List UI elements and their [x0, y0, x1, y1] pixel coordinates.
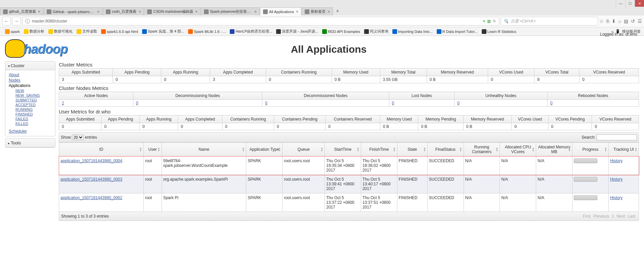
bookmark-item[interactable]: Importing Data Into... — [391, 29, 434, 35]
metric-link[interactable]: 0 — [136, 101, 138, 105]
home-icon[interactable]: ⌂ — [618, 18, 621, 24]
shield-icon[interactable]: ▾ — [483, 19, 485, 24]
pocket-icon[interactable]: ⎘ — [606, 18, 609, 24]
info-icon[interactable]: i — [25, 19, 30, 24]
tab-close-icon[interactable]: × — [296, 9, 298, 14]
bookmark-star-icon[interactable]: ☆ — [599, 18, 604, 24]
column-label: Running Containers — [472, 145, 491, 154]
bookmark-item[interactable]: 深度开源 - Java开源... — [274, 28, 320, 35]
bookmark-item[interactable]: R Data Import Tutor... — [435, 29, 479, 35]
sidebar-state-finished[interactable]: FINISHED — [15, 112, 52, 117]
bookmark-item[interactable]: Learn R Statistics — [480, 29, 518, 35]
metric-link[interactable]: 0 — [457, 101, 460, 105]
paginate-next[interactable]: Next — [617, 214, 625, 219]
metric-link[interactable]: 2 — [62, 101, 64, 105]
metric-link[interactable]: 0 — [265, 101, 267, 105]
bookmark-item[interactable]: spark1.6.0 api html — [99, 29, 140, 35]
browser-tab[interactable]: CSDN-markdown编辑器× — [144, 7, 201, 15]
browser-tab[interactable]: github_百度搜索× — [0, 7, 43, 15]
sidebar-link-nodes[interactable]: Nodes — [9, 78, 52, 83]
sidebar-link-scheduler[interactable]: Scheduler — [9, 129, 52, 134]
tracking-link[interactable]: History — [610, 177, 622, 182]
close-window-button[interactable]: ✕ — [635, 0, 644, 7]
browser-tab[interactable]: All Applications× — [260, 7, 301, 15]
browser-tab[interactable]: csdn_百度搜索× — [103, 7, 144, 15]
paginate-first[interactable]: First — [583, 214, 591, 219]
sidebar-link-applications[interactable]: Applications — [9, 83, 52, 88]
apps-header[interactable]: StartTime▲▼ — [325, 143, 361, 156]
page-size-select[interactable]: 20 — [72, 135, 84, 140]
apps-header[interactable]: Allocated Memory MB▲▼ — [536, 143, 572, 156]
new-tab-button[interactable]: + — [333, 7, 342, 15]
bookmark-item[interactable]: Spark MLlib 1.6 - ... — [186, 29, 227, 35]
checker-icon[interactable]: ▦ — [487, 19, 491, 24]
url-input[interactable]: i master:8088/cluster ▾ ▦ ↻ — [22, 17, 499, 26]
sidebar-state-new_saving[interactable]: NEW_SAVING — [15, 93, 52, 98]
apps-search-input[interactable] — [597, 134, 637, 140]
paginate-1[interactable]: 1 — [612, 214, 614, 219]
forward-button[interactable]: → — [12, 17, 21, 26]
tab-close-icon[interactable]: × — [195, 9, 198, 14]
maximize-button[interactable]: ☐ — [625, 0, 635, 7]
apps-header[interactable]: Tracking UI▲▼ — [608, 143, 639, 156]
browser-tab[interactable]: GitHub - spark-jobserver/s× — [44, 7, 102, 15]
cluster-nav-header[interactable]: Cluster — [5, 61, 55, 70]
sidebar-state-submitted[interactable]: SUBMITTED — [15, 98, 52, 102]
back-button[interactable]: ← — [2, 17, 11, 26]
metric-header: Memory Used — [380, 116, 418, 123]
metric-value: 3.55 GB — [380, 76, 427, 83]
apps-header[interactable]: Progress▲▼ — [572, 143, 609, 156]
tools-nav-header[interactable]: Tools — [5, 139, 55, 147]
bookmark-item[interactable]: spark — [3, 29, 22, 35]
reload-icon[interactable]: ↻ — [493, 19, 496, 24]
sidebar-state-killed[interactable]: KILLED — [15, 121, 52, 126]
metric-link[interactable]: 0 — [550, 101, 553, 105]
apps-header[interactable]: ID▲▼ — [59, 143, 144, 156]
bookmark-item[interactable]: 数据可视化 — [47, 28, 74, 35]
apps-header[interactable]: State▲▼ — [397, 143, 427, 156]
bookmark-item[interactable]: Spark 实战，第 4 部... — [140, 28, 186, 35]
cluster-nav-block: Cluster AboutNodesApplicationsNEWNEW_SAV… — [5, 61, 55, 136]
sidebar-link-about[interactable]: About — [9, 72, 52, 78]
bookmark-item[interactable]: 同义词查询 — [362, 28, 390, 35]
hadoop-logo[interactable]: hadoop — [5, 39, 86, 59]
bookmark-item[interactable]: 文件读取 — [75, 28, 99, 35]
bookmark-item[interactable]: 数据分析 — [22, 28, 46, 35]
browser-tab[interactable]: Spark jobserver的安装和使用 |× — [201, 7, 260, 15]
minimize-button[interactable]: — — [616, 0, 625, 7]
tab-close-icon[interactable]: × — [38, 9, 40, 14]
apps-header[interactable]: FinalStatus▲▼ — [427, 143, 464, 156]
bookmark-item[interactable]: RDD API Examples — [320, 29, 361, 35]
search-input[interactable]: 🔍 百度 <Ctrl+K> — [501, 17, 598, 26]
paginate-previous[interactable]: Previous — [593, 214, 609, 219]
tab-close-icon[interactable]: × — [254, 9, 257, 14]
sidebar-state-accepted[interactable]: ACCEPTED — [15, 102, 52, 107]
tracking-link[interactable]: History — [610, 195, 622, 200]
tab-close-icon[interactable]: × — [97, 9, 99, 14]
paginate-last[interactable]: Last — [628, 214, 635, 219]
apps-header[interactable]: Queue▲▼ — [283, 143, 325, 156]
app-id-link[interactable]: application_1507181443980_0003 — [60, 177, 122, 182]
sync-icon[interactable]: ↺ — [631, 18, 635, 24]
menu-icon[interactable]: ☰ — [638, 18, 642, 24]
app-id-link[interactable]: application_1507181443980_0004 — [60, 158, 122, 163]
apps-header[interactable]: Name▲▼ — [162, 143, 246, 156]
metric-link[interactable]: 0 — [392, 101, 394, 105]
tab-close-icon[interactable]: × — [138, 9, 141, 14]
apps-header[interactable]: Allocated CPU VCores▲▼ — [500, 143, 536, 156]
sidebar-state-new[interactable]: NEW — [15, 88, 52, 93]
bookmark-item[interactable]: HanLP自然语言处理... — [228, 28, 274, 35]
app-id-link[interactable]: application_1507181443980_0002 — [60, 195, 122, 200]
download-icon[interactable]: ⬇ — [612, 18, 616, 24]
apps-header[interactable]: FinishTime▲▼ — [361, 143, 397, 156]
apps-header[interactable]: User▲▼ — [143, 143, 162, 156]
sidebar-state-running[interactable]: RUNNING — [15, 107, 52, 112]
sidebar-icon[interactable]: ▤ — [624, 18, 628, 24]
tab-close-icon[interactable]: × — [328, 9, 330, 14]
apps-header[interactable]: Application Type▲▼ — [246, 143, 283, 156]
tracking-link[interactable]: History — [610, 158, 622, 163]
sidebar-state-failed[interactable]: FAILED — [15, 117, 52, 121]
metric-header: Decommissioning Nodes — [133, 92, 262, 100]
browser-tab[interactable]: 新标签页× — [302, 7, 333, 15]
apps-header[interactable]: Running Containers▲▼ — [464, 143, 500, 156]
